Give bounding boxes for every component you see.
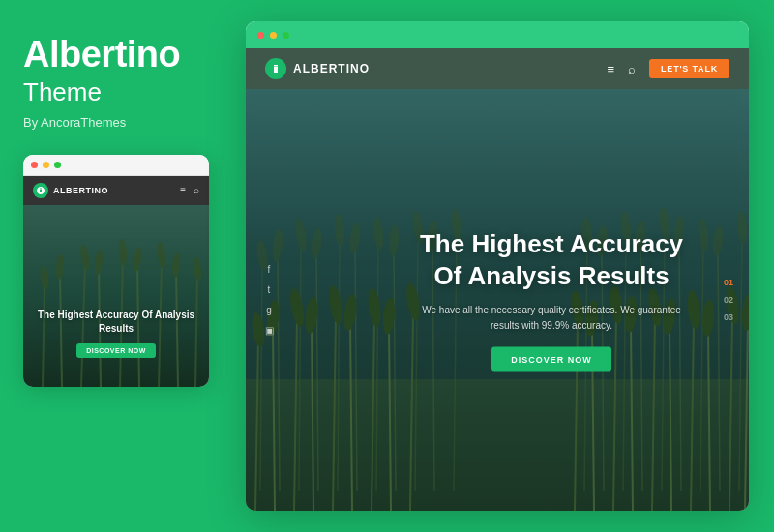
desktop-discover-button[interactable]: DISCOVER NOW [491,347,611,372]
desktop-logo-icon [265,58,286,79]
dot-red [31,162,38,168]
desktop-dot-green [283,32,289,39]
page-indicator-3[interactable]: 03 [724,312,733,322]
mobile-logo-icon [33,183,48,198]
desktop-hero-content: The Highest Accuracy Of Analysis Results… [416,228,687,372]
desktop-hamburger-icon[interactable]: ≡ [607,62,614,76]
brand-title: Albertino [23,35,209,75]
google-plus-icon[interactable]: g [261,305,277,315]
desktop-logo: ALBERTINO [265,58,370,79]
twitter-icon[interactable]: t [261,284,277,295]
dot-green [54,162,61,168]
dot-yellow [43,162,49,168]
mobile-hero-content: The Highest Accuracy Of Analysis Results… [23,309,209,358]
desktop-dot-yellow [270,32,277,39]
lets-talk-button[interactable]: LET'S TALK [649,59,729,78]
svg-rect-19 [23,205,209,387]
mobile-logo: ALBERTINO [33,183,108,198]
page-indicators: 01 02 03 [724,278,733,322]
desktop-browser-bar [246,21,749,48]
mobile-logo-text: ALBERTINO [53,186,108,195]
mobile-discover-button[interactable]: DISCOVER NOW [76,343,156,358]
mobile-hamburger-icon: ≡ [180,185,186,195]
mobile-nav: ALBERTINO ≡ ⌕ [23,176,209,205]
instagram-icon[interactable]: ▣ [261,325,277,336]
brand-subtitle: Theme [23,77,209,107]
facebook-icon[interactable]: f [261,264,277,275]
desktop-hero-title: The Highest Accuracy Of Analysis Results [416,228,687,291]
social-icons: f t g ▣ [261,264,277,336]
desktop-preview-card: ALBERTINO ≡ ⌕ LET'S TALK [246,21,749,511]
page-indicator-2[interactable]: 02 [724,295,733,305]
page-indicator-1[interactable]: 01 [724,278,733,287]
brand-author: By AncoraThemes [23,115,209,130]
desktop-dot-red [257,32,264,39]
desktop-hero-subtitle: We have all the necessary quality certif… [416,303,687,334]
mobile-hero-title: The Highest Accuracy Of Analysis Results [33,309,199,336]
mobile-hero: The Highest Accuracy Of Analysis Results… [23,205,209,387]
desktop-search-icon[interactable]: ⌕ [628,62,636,76]
mobile-search-icon: ⌕ [194,185,199,195]
mobile-preview-card: ALBERTINO ≡ ⌕ [23,155,209,387]
desktop-hero: f t g ▣ The Highest Accuracy Of Analysis… [246,89,749,511]
desktop-nav-right: ≡ ⌕ LET'S TALK [607,59,729,78]
left-panel: Albertino Theme By AncoraThemes ALBERTIN… [0,0,232,532]
right-panel: ALBERTINO ≡ ⌕ LET'S TALK [232,0,774,532]
mobile-nav-icons: ≡ ⌕ [180,185,199,195]
desktop-logo-text: ALBERTINO [293,62,370,75]
desktop-nav: ALBERTINO ≡ ⌕ LET'S TALK [246,48,749,89]
mobile-browser-bar [23,155,209,176]
